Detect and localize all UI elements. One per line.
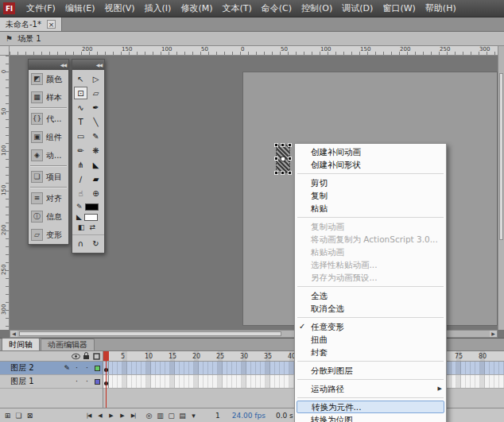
hand-tool[interactable]: ☝ [74,187,87,199]
deco-tool[interactable]: ❋ [89,144,103,157]
gradient-transform-tool[interactable]: ▱ [89,87,103,99]
layer-row-1[interactable]: 图层 1·· [0,375,103,389]
step-back-button[interactable]: ◀ [95,410,105,420]
dock-item-3[interactable]: ▣组件 [29,128,68,146]
play-button[interactable]: ▶ [106,410,116,420]
collapse-icon[interactable]: ◀◀ [60,62,66,68]
context-menu-item-3[interactable]: 剪切 [295,176,446,189]
show-hide-eye-icon[interactable] [71,353,81,360]
dock-item-0[interactable]: ◩颜色 [29,70,68,88]
menubar-item-6[interactable]: 文本(T) [217,0,256,17]
lock-icon[interactable] [81,352,91,360]
transform-center-point[interactable] [281,157,286,162]
scene-label[interactable]: 场景 1 [17,33,41,45]
timeline-tab-1[interactable]: 动画编辑器 [41,339,95,350]
lasso-tool[interactable]: ∿ [74,101,87,114]
transform-handle[interactable] [288,171,292,175]
snap-magnet-icon[interactable]: ∩ [74,237,87,250]
horizontal-scrollbar-thumb[interactable] [19,331,281,336]
menubar-item-7[interactable]: 命令(C) [257,0,297,17]
selected-object[interactable] [277,145,289,172]
context-menu-item-22[interactable]: 运动路径▶ [295,382,446,395]
scroll-right-icon[interactable]: ▶ [490,331,497,337]
context-menu-item-17[interactable]: 扭曲 [295,333,446,346]
onion-skin-outlines-button[interactable]: ▢ [166,410,176,420]
tools-panel-header[interactable]: ◀◀ [72,60,104,70]
layer-visibility-dot[interactable]: · [72,377,82,385]
swap-colors-icon[interactable]: ⇄ [90,223,96,231]
layer-row-0[interactable]: 图层 2✎·· [0,362,103,375]
outline-view-icon[interactable] [91,353,102,360]
dock-item-5[interactable]: ❏项目 [29,168,68,186]
context-menu-item-16[interactable]: ✓任意变形 [295,320,446,333]
context-menu-item-20[interactable]: 分散到图层 [295,364,446,377]
panel-dock-header[interactable]: ◀◀ [29,60,68,70]
context-menu-item-18[interactable]: 封套 [295,346,446,358]
layer-outline-color-chip[interactable] [95,379,100,385]
playhead-marker[interactable] [103,351,109,361]
delete-layer-button[interactable]: ⊠ [25,410,35,420]
context-menu-item-25[interactable]: 转换为位图 [295,413,446,422]
menubar-item-2[interactable]: 编辑(E) [60,0,100,17]
menubar-item-5[interactable]: 修改(M) [176,0,217,17]
close-tab-icon[interactable]: × [47,20,56,29]
scroll-left-icon[interactable]: ◀ [10,331,17,337]
rectangle-tool[interactable]: ▭ [74,130,87,142]
dock-item-1[interactable]: ▦样本 [29,88,68,106]
layer-visibility-dot[interactable]: · [72,364,82,372]
paint-bucket-tool[interactable]: ◣ [89,158,103,171]
transform-handle[interactable] [281,143,285,147]
dock-item-8[interactable]: ▱变形 [29,226,68,244]
eraser-tool[interactable]: ▰ [89,172,103,185]
layer-lock-dot[interactable]: · [82,377,92,385]
brush-tool[interactable]: ✏ [74,144,87,157]
frame-rate-value[interactable]: 24.00 fps [232,412,266,420]
menubar-item-1[interactable]: 文件(F) [21,0,60,17]
vertical-scrollbar-thumb[interactable] [499,73,503,240]
vertical-scrollbar[interactable] [498,46,504,330]
pencil-tool[interactable]: ✎ [89,130,103,142]
goto-last-frame-button[interactable]: ▶| [128,410,138,420]
eyedropper-tool[interactable]: ∕ [74,172,87,185]
transform-handle[interactable] [281,171,285,175]
pen-tool[interactable]: ✒ [89,101,103,114]
transform-handle[interactable] [288,157,292,161]
context-menu-item-1[interactable]: 创建补间形状 [295,158,446,171]
timeline-tab-0[interactable]: 时间轴 [2,338,40,350]
new-folder-button[interactable]: ❏ [14,410,24,420]
document-tab[interactable]: 未命名-1* × [0,17,62,31]
dock-item-4[interactable]: ◈动... [29,146,68,165]
transform-handle[interactable] [274,157,278,161]
onion-skin-button[interactable]: ▥ [155,410,165,420]
transform-handle[interactable] [288,143,292,147]
menubar-item-3[interactable]: 视图(V) [99,0,139,17]
layer-outline-color-chip[interactable] [95,366,100,371]
transform-handle[interactable] [274,171,278,175]
menubar-item-10[interactable]: 窗口(W) [378,0,420,17]
menubar-item-8[interactable]: 控制(O) [297,0,337,17]
new-layer-button[interactable]: ⊞ [2,410,13,420]
dock-item-7[interactable]: ⓘ信息 [29,207,68,226]
fill-color-swatch[interactable] [84,214,98,221]
playhead-line[interactable] [106,361,107,408]
menubar-item-9[interactable]: 调试(D) [337,0,378,17]
black-white-icon[interactable]: ◧ [78,223,85,231]
text-tool[interactable]: T [74,115,87,128]
menubar-item-4[interactable]: 插入(I) [140,0,176,17]
modify-markers-button[interactable]: ▾ [188,410,199,420]
context-menu-item-13[interactable]: 全选 [295,289,446,302]
goto-first-frame-button[interactable]: |◀ [83,410,94,420]
dock-item-2[interactable]: {}代... [29,110,68,128]
context-menu-item-14[interactable]: 取消全选 [295,302,446,315]
stroke-color-swatch[interactable] [85,203,99,211]
selection-tool[interactable]: ↖ [74,72,87,85]
collapse-icon[interactable]: ◀◀ [96,62,102,68]
edit-multiple-frames-button[interactable]: ▤ [177,410,188,420]
dock-item-6[interactable]: ≡对齐 [29,189,68,207]
context-menu-item-4[interactable]: 复制 [295,189,446,202]
menubar-item-11[interactable]: 帮助(H) [421,0,461,17]
free-transform-tool[interactable]: ⊡ [74,87,87,99]
layer-lock-dot[interactable]: · [82,364,92,372]
context-menu-item-0[interactable]: 创建补间动画 [295,145,446,158]
subselection-tool[interactable]: ▷ [89,72,103,85]
